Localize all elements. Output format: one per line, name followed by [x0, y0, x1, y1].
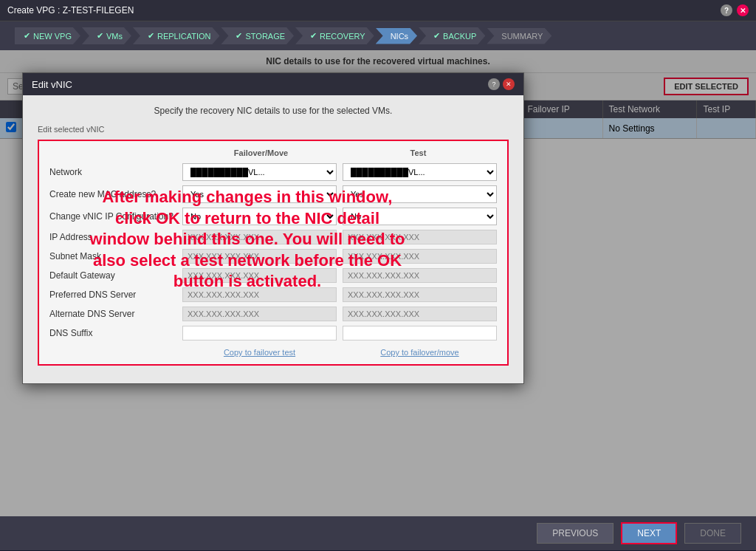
done-button[interactable]: DONE: [684, 523, 741, 544]
form-row-preferred-dns: Preferred DNS Server: [49, 287, 497, 302]
dialog-subtitle: Specify the recovery NIC details to use …: [38, 106, 509, 116]
change-vnic-fields: No Yes No Yes: [182, 208, 497, 225]
create-mac-fields: Yes No Yes No: [182, 185, 497, 203]
dns-suffix-test-input[interactable]: [343, 326, 497, 340]
ip-address-label: IP Address: [49, 232, 182, 242]
change-vnic-failover-select[interactable]: No Yes: [182, 208, 337, 225]
create-mac-failover-select[interactable]: Yes No: [182, 185, 337, 203]
form-row-subnet: Subnet Mask: [49, 249, 497, 264]
edit-section-label: Edit selected vNIC: [38, 125, 509, 134]
form-row-change-vnic: Change vNIC IP Configuration? No Yes No …: [49, 208, 497, 225]
step-replication[interactable]: ✔ REPLICATION: [133, 27, 220, 44]
ip-address-failover-input[interactable]: [182, 230, 337, 244]
form-row-network: Network ██████████VL... ██████████VL...: [49, 163, 497, 181]
step-recovery[interactable]: ✔ RECOVERY: [295, 27, 374, 44]
alternate-dns-label: Alternate DNS Server: [49, 309, 182, 319]
gateway-fields: [182, 268, 497, 283]
create-mac-label: Create new MAC address?: [49, 189, 182, 199]
preferred-dns-fields: [182, 287, 497, 302]
copy-to-failover-test-link[interactable]: Copy to failover test: [182, 348, 337, 357]
step-storage[interactable]: ✔ STORAGE: [221, 27, 294, 44]
form-row-alternate-dns: Alternate DNS Server: [49, 307, 497, 321]
gateway-label: Default Gateway: [49, 270, 182, 281]
dns-suffix-label: DNS Suffix: [49, 328, 182, 338]
alternate-dns-test-input[interactable]: [343, 307, 497, 321]
network-test-select[interactable]: ██████████VL...: [343, 163, 497, 181]
col-header-test: Test: [340, 148, 497, 157]
close-button[interactable]: ✕: [737, 4, 749, 16]
dialog-title-bar: Edit vNIC ? ✕: [23, 73, 523, 95]
dialog-body: Specify the recovery NIC details to use …: [23, 95, 523, 383]
dns-suffix-failover-input[interactable]: [182, 326, 337, 340]
ip-address-fields: [182, 230, 497, 244]
preferred-dns-label: Preferred DNS Server: [49, 290, 182, 300]
dialog-close-button[interactable]: ✕: [503, 78, 515, 90]
copy-row: Copy to failover test Copy to failover/m…: [49, 348, 497, 357]
alternate-dns-failover-input[interactable]: [182, 307, 337, 321]
preferred-dns-failover-input[interactable]: [182, 287, 337, 302]
dialog-title-text: Edit vNIC: [32, 79, 72, 90]
wizard-steps: ✔ NEW VPG ✔ VMs ✔ REPLICATION ✔ STORAGE …: [0, 21, 756, 50]
title-bar-controls: ? ✕: [721, 4, 749, 16]
alternate-dns-fields: [182, 307, 497, 321]
change-vnic-test-select[interactable]: No Yes: [343, 208, 497, 225]
previous-button[interactable]: PREVIOUS: [537, 523, 614, 544]
gateway-failover-input[interactable]: [182, 268, 337, 283]
copy-links: Copy to failover test Copy to failover/m…: [182, 348, 497, 357]
help-button[interactable]: ?: [721, 4, 732, 16]
form-section: Failover/Move Test Network ██████████VL.…: [38, 140, 509, 366]
form-row-dns-suffix: DNS Suffix: [49, 326, 497, 340]
next-button[interactable]: NEXT: [621, 522, 677, 544]
ip-address-test-input[interactable]: [343, 230, 497, 244]
preferred-dns-test-input[interactable]: [343, 287, 497, 302]
create-mac-test-select[interactable]: Yes No: [343, 185, 497, 203]
form-header-row: Failover/Move Test: [49, 148, 497, 157]
form-row-gateway: Default Gateway: [49, 268, 497, 283]
copy-label-spacer: [49, 348, 182, 357]
step-summary[interactable]: SUMMARY: [487, 28, 551, 44]
bottom-bar: PREVIOUS NEXT DONE: [0, 516, 756, 550]
dialog-controls: ? ✕: [488, 78, 515, 90]
step-backup[interactable]: ✔ BACKUP: [419, 27, 485, 44]
change-vnic-label: Change vNIC IP Configuration?: [49, 211, 182, 222]
subnet-label: Subnet Mask: [49, 251, 182, 261]
content-area: NIC details to use for the recovered vir…: [0, 50, 756, 516]
dns-suffix-fields: [182, 326, 497, 340]
title-bar: Create VPG : Z-TEST-FILEGEN ? ✕: [0, 0, 756, 21]
step-nics[interactable]: NICs: [376, 28, 417, 44]
network-fields: ██████████VL... ██████████VL...: [182, 163, 497, 181]
subnet-fields: [182, 249, 497, 264]
form-row-ip-address: IP Address: [49, 230, 497, 244]
subnet-test-input[interactable]: [343, 249, 497, 264]
step-vms[interactable]: ✔ VMs: [82, 27, 131, 44]
main-container: ✔ NEW VPG ✔ VMs ✔ REPLICATION ✔ STORAGE …: [0, 21, 756, 550]
edit-vnic-dialog: Edit vNIC ? ✕ Specify the recovery NIC d…: [22, 72, 524, 384]
window-title: Create VPG : Z-TEST-FILEGEN: [7, 5, 134, 16]
form-row-create-mac: Create new MAC address? Yes No Yes No: [49, 185, 497, 203]
dialog-help-button[interactable]: ?: [488, 78, 500, 90]
gateway-test-input[interactable]: [343, 268, 497, 283]
form-label-spacer: [49, 148, 182, 151]
col-header-failover: Failover/Move: [182, 148, 340, 157]
network-label: Network: [49, 167, 182, 177]
network-failover-select[interactable]: ██████████VL...: [182, 163, 337, 181]
copy-to-failover-move-link[interactable]: Copy to failover/move: [343, 348, 497, 357]
step-new-vpg[interactable]: ✔ NEW VPG: [15, 27, 80, 44]
subnet-failover-input[interactable]: [182, 249, 337, 264]
